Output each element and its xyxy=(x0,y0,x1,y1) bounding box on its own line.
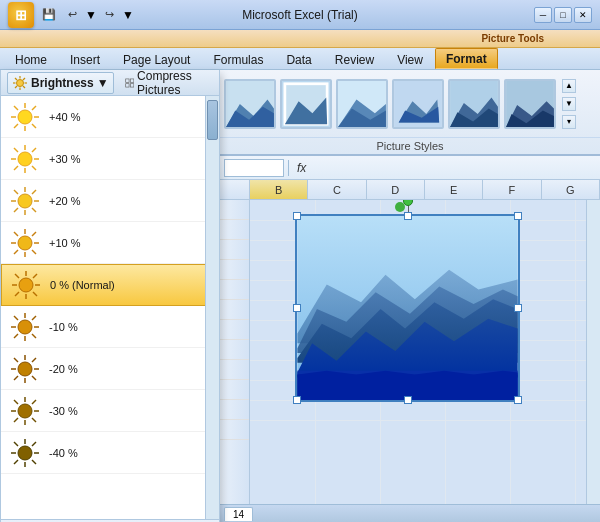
svg-line-19 xyxy=(32,124,36,128)
redo-button[interactable]: ↪ xyxy=(101,6,118,23)
maximize-button[interactable]: □ xyxy=(554,7,572,23)
grid-area xyxy=(250,200,600,504)
sheet-tab[interactable]: 14 xyxy=(224,507,253,521)
brightness-item-minus20[interactable]: -20 % xyxy=(1,348,219,390)
col-header-b[interactable]: B xyxy=(250,180,308,199)
brightness-list: +40 % +30 % xyxy=(1,96,219,519)
compress-pictures-btn[interactable]: Compress Pictures xyxy=(118,66,213,100)
svg-line-45 xyxy=(14,232,18,236)
svg-line-84 xyxy=(14,418,18,422)
svg-rect-11 xyxy=(125,83,128,86)
brightness-value-minus10: -10 % xyxy=(49,321,78,333)
col-header-f[interactable]: F xyxy=(483,180,541,199)
office-button[interactable]: ⊞ xyxy=(8,2,34,28)
undo-button[interactable]: ↩ xyxy=(64,6,81,23)
style-thumb-1[interactable] xyxy=(224,79,276,129)
row-header-18 xyxy=(220,320,249,340)
svg-line-92 xyxy=(32,442,36,446)
resize-handle-ml[interactable] xyxy=(293,304,301,312)
brightness-value-10: +10 % xyxy=(49,237,81,249)
sun-icon-minus10 xyxy=(9,311,41,343)
tab-data[interactable]: Data xyxy=(275,49,322,69)
brightness-item-minus30[interactable]: -30 % xyxy=(1,390,219,432)
row-header-23 xyxy=(220,420,249,440)
resize-handle-bl[interactable] xyxy=(293,396,301,404)
close-button[interactable]: ✕ xyxy=(574,7,592,23)
col-header-g[interactable]: G xyxy=(542,180,600,199)
brightness-item-0[interactable]: 0 % (Normal) xyxy=(1,264,219,306)
svg-point-67 xyxy=(18,362,32,376)
resize-handle-bm[interactable] xyxy=(404,396,412,404)
svg-rect-9 xyxy=(125,78,128,81)
column-headers: B C D E F G xyxy=(220,180,600,200)
tab-insert[interactable]: Insert xyxy=(59,49,111,69)
svg-point-0 xyxy=(17,79,24,86)
brightness-item-30[interactable]: +30 % xyxy=(1,138,219,180)
vertical-scrollbar[interactable] xyxy=(586,200,600,504)
tab-home[interactable]: Home xyxy=(4,49,58,69)
save-button[interactable]: 💾 xyxy=(38,6,60,23)
svg-rect-12 xyxy=(130,83,133,86)
svg-line-6 xyxy=(23,86,25,88)
svg-line-83 xyxy=(32,400,36,404)
name-box[interactable] xyxy=(224,159,284,177)
resize-handle-tm[interactable] xyxy=(404,212,412,220)
svg-line-90 xyxy=(14,442,18,446)
style-thumb-5[interactable] xyxy=(448,79,500,129)
tab-format[interactable]: Format xyxy=(435,48,498,69)
style-thumb-4[interactable] xyxy=(392,79,444,129)
brightness-header: Brightness ▼ Compress Pictures xyxy=(1,70,219,96)
resize-handle-br[interactable] xyxy=(514,396,522,404)
panel-scroll-thumb[interactable] xyxy=(207,100,218,140)
svg-line-56 xyxy=(33,274,37,278)
minimize-button[interactable]: ─ xyxy=(534,7,552,23)
sun-icon-minus30 xyxy=(9,395,41,427)
brightness-item-40[interactable]: +40 % xyxy=(1,96,219,138)
svg-rect-10 xyxy=(130,78,133,81)
row-header-15 xyxy=(220,260,249,280)
col-header-d[interactable]: D xyxy=(367,180,425,199)
panel-scrollbar[interactable] xyxy=(205,96,219,519)
row-header-17 xyxy=(220,300,249,320)
mountain-svg xyxy=(297,216,518,400)
tab-view[interactable]: View xyxy=(386,49,434,69)
svg-line-46 xyxy=(32,250,36,254)
svg-line-65 xyxy=(32,316,36,320)
tab-formulas[interactable]: Formulas xyxy=(202,49,274,69)
sun-icon-10 xyxy=(9,227,41,259)
brightness-dropdown[interactable]: Brightness ▼ xyxy=(7,72,114,94)
window-controls: ─ □ ✕ xyxy=(534,7,592,23)
resize-handle-tr[interactable] xyxy=(514,212,522,220)
gallery-scroll-more[interactable]: ▾ xyxy=(562,115,576,129)
brightness-value-minus30: -30 % xyxy=(49,405,78,417)
brightness-item-10[interactable]: +10 % xyxy=(1,222,219,264)
compress-label: Compress Pictures xyxy=(137,69,206,97)
brightness-item-minus40[interactable]: -40 % xyxy=(1,432,219,474)
col-header-c[interactable]: C xyxy=(308,180,366,199)
formula-divider xyxy=(288,160,289,176)
style-thumb-2[interactable] xyxy=(280,79,332,129)
brightness-chevron: ▼ xyxy=(97,76,109,90)
brightness-item-minus10[interactable]: -10 % xyxy=(1,306,219,348)
title-bar: ⊞ 💾 ↩ ▼ ↪ ▼ Microsoft Excel (Trial) ─ □ … xyxy=(0,0,600,30)
col-header-e[interactable]: E xyxy=(425,180,483,199)
svg-line-91 xyxy=(32,460,36,464)
style-thumb-6[interactable] xyxy=(504,79,556,129)
resize-handle-mr[interactable] xyxy=(514,304,522,312)
row-header-20 xyxy=(220,360,249,380)
svg-line-73 xyxy=(32,376,36,380)
brightness-value-20: +20 % xyxy=(49,195,81,207)
row-header-13 xyxy=(220,220,249,240)
resize-handle-tl[interactable] xyxy=(293,212,301,220)
brightness-panel: Brightness ▼ Compress Pictures xyxy=(0,70,220,522)
formula-input[interactable] xyxy=(314,159,596,177)
gallery-scroll-up[interactable]: ▲ xyxy=(562,79,576,93)
style-thumb-3[interactable] xyxy=(336,79,388,129)
fx-button[interactable]: fx xyxy=(293,161,310,175)
svg-line-72 xyxy=(14,358,18,362)
tab-review[interactable]: Review xyxy=(324,49,385,69)
brightness-item-20[interactable]: +20 % xyxy=(1,180,219,222)
selected-image[interactable] xyxy=(295,214,520,402)
gallery-scroll-down[interactable]: ▼ xyxy=(562,97,576,111)
svg-line-5 xyxy=(15,78,17,80)
